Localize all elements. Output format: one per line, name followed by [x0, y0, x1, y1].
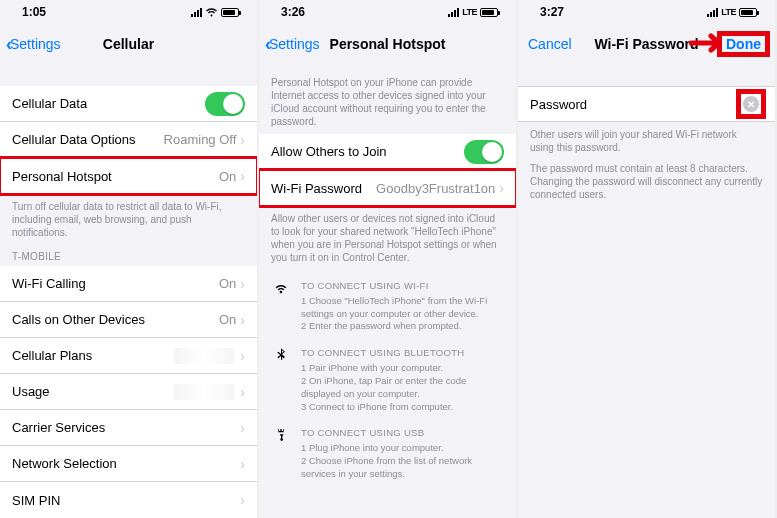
row-usage[interactable]: Usage ›	[0, 374, 257, 410]
chevron-right-icon: ›	[240, 384, 245, 400]
cancel-label: Cancel	[528, 36, 572, 52]
nav-bar: ‹ Settings Personal Hotspot	[259, 24, 516, 64]
label: Cellular Data	[12, 96, 205, 111]
wifi-icon	[271, 280, 291, 333]
instr-step: 3 Connect to iPhone from computer.	[301, 401, 504, 414]
bluetooth-icon	[271, 347, 291, 413]
status-time: 3:27	[540, 5, 564, 19]
row-network-selection[interactable]: Network Selection ›	[0, 446, 257, 482]
label: SIM PIN	[12, 493, 240, 508]
redacted-value	[174, 348, 234, 364]
row-sim-pin[interactable]: SIM PIN ›	[0, 482, 257, 518]
allow-footer-text: Allow other users or devices not signed …	[259, 206, 516, 270]
row-password-input[interactable]: Password ✕	[518, 86, 775, 122]
done-button[interactable]: Done	[720, 34, 767, 54]
chevron-right-icon: ›	[240, 132, 245, 148]
label: Carrier Services	[12, 420, 240, 435]
battery-icon	[221, 8, 239, 17]
row-allow-others-to-join[interactable]: Allow Others to Join	[259, 134, 516, 170]
chevron-right-icon: ›	[240, 168, 245, 184]
row-wifi-password[interactable]: Wi-Fi Password Goodby3Frustrat1on ›	[259, 170, 516, 206]
chevron-right-icon: ›	[240, 348, 245, 364]
row-wifi-calling[interactable]: Wi-Fi Calling On ›	[0, 266, 257, 302]
clear-text-icon[interactable]: ✕	[743, 96, 759, 112]
chevron-right-icon: ›	[240, 276, 245, 292]
content: Password ✕ Other users will join your sh…	[518, 64, 775, 518]
instr-title: TO CONNECT USING USB	[301, 427, 504, 440]
value: Goodby3Frustrat1on	[376, 181, 495, 196]
label: Network Selection	[12, 456, 240, 471]
footer-text: Turn off cellular data to restrict all d…	[0, 194, 257, 245]
status-time: 1:05	[22, 5, 46, 19]
screen-personal-hotspot: 3:26 LTE ‹ Settings Personal Hotspot Per…	[259, 0, 518, 518]
instr-step: 1 Plug iPhone into your computer.	[301, 442, 504, 455]
battery-icon	[480, 8, 498, 17]
toggle-allow-join[interactable]	[464, 140, 504, 164]
back-label: Settings	[10, 36, 61, 52]
instructions-usb: TO CONNECT USING USB 1 Plug iPhone into …	[259, 417, 516, 484]
content: Cellular Data Cellular Data Options Roam…	[0, 64, 257, 518]
back-label: Settings	[269, 36, 320, 52]
row-cellular-plans[interactable]: Cellular Plans ›	[0, 338, 257, 374]
label: Cellular Plans	[12, 348, 174, 363]
section-header-tmobile: T-MOBILE	[0, 245, 257, 266]
toggle-cellular-data[interactable]	[205, 92, 245, 116]
redacted-value	[174, 384, 234, 400]
cancel-button[interactable]: Cancel	[528, 36, 572, 52]
label: Wi-Fi Calling	[12, 276, 219, 291]
done-label: Done	[726, 36, 761, 52]
label: Cellular Data Options	[12, 132, 164, 147]
status-bar: 3:26 LTE	[259, 0, 516, 24]
value: On	[219, 312, 236, 327]
usb-icon	[271, 427, 291, 480]
clear-button-highlight: ✕	[739, 92, 763, 116]
row-cellular-data[interactable]: Cellular Data	[0, 86, 257, 122]
label: Wi-Fi Password	[271, 181, 376, 196]
label: Personal Hotspot	[12, 169, 219, 184]
battery-icon	[739, 8, 757, 17]
chevron-right-icon: ›	[240, 456, 245, 472]
value: On	[219, 169, 236, 184]
footer-text-2: The password must contain at least 8 cha…	[518, 160, 775, 207]
row-carrier-services[interactable]: Carrier Services ›	[0, 410, 257, 446]
page-title: Personal Hotspot	[330, 36, 446, 52]
instr-step: 2 Enter the password when prompted.	[301, 320, 504, 333]
instr-step: 2 Choose iPhone from the list of network…	[301, 455, 504, 481]
instr-step: 2 On iPhone, tap Pair or enter the code …	[301, 375, 504, 401]
back-button[interactable]: ‹ Settings	[265, 35, 320, 53]
status-bar: 3:27 LTE	[518, 0, 775, 24]
screen-cellular: 1:05 ‹ Settings Cellular Cellular Data C…	[0, 0, 259, 518]
instr-step: 1 Choose "HelloTech iPhone" from the Wi-…	[301, 295, 504, 321]
page-title: Cellular	[103, 36, 154, 52]
signal-icon	[448, 8, 459, 17]
label: Usage	[12, 384, 174, 399]
network-label: LTE	[462, 7, 477, 17]
chevron-right-icon: ›	[240, 420, 245, 436]
status-bar: 1:05	[0, 0, 257, 24]
row-personal-hotspot[interactable]: Personal Hotspot On ›	[0, 158, 257, 194]
instr-title: TO CONNECT USING BLUETOOTH	[301, 347, 504, 360]
label: Password	[530, 97, 739, 112]
instructions-bluetooth: TO CONNECT USING BLUETOOTH 1 Pair iPhone…	[259, 337, 516, 417]
status-icons	[191, 7, 239, 17]
intro-text: Personal Hotspot on your iPhone can prov…	[259, 64, 516, 134]
nav-bar: Cancel Wi-Fi Password Done	[518, 24, 775, 64]
chevron-right-icon: ›	[240, 492, 245, 508]
nav-bar: ‹ Settings Cellular	[0, 24, 257, 64]
page-title: Wi-Fi Password	[594, 36, 698, 52]
chevron-right-icon: ›	[499, 180, 504, 196]
status-time: 3:26	[281, 5, 305, 19]
row-cellular-data-options[interactable]: Cellular Data Options Roaming Off ›	[0, 122, 257, 158]
screen-wifi-password: 3:27 LTE Cancel Wi-Fi Password Done Pass…	[518, 0, 777, 518]
value: On	[219, 276, 236, 291]
back-button[interactable]: ‹ Settings	[6, 35, 61, 53]
footer-text-1: Other users will join your shared Wi-Fi …	[518, 122, 775, 160]
wifi-icon	[205, 7, 218, 17]
network-label: LTE	[721, 7, 736, 17]
content: Personal Hotspot on your iPhone can prov…	[259, 64, 516, 518]
status-icons: LTE	[707, 7, 757, 17]
signal-icon	[707, 8, 718, 17]
row-calls-other-devices[interactable]: Calls on Other Devices On ›	[0, 302, 257, 338]
instr-title: TO CONNECT USING WI-FI	[301, 280, 504, 293]
status-icons: LTE	[448, 7, 498, 17]
